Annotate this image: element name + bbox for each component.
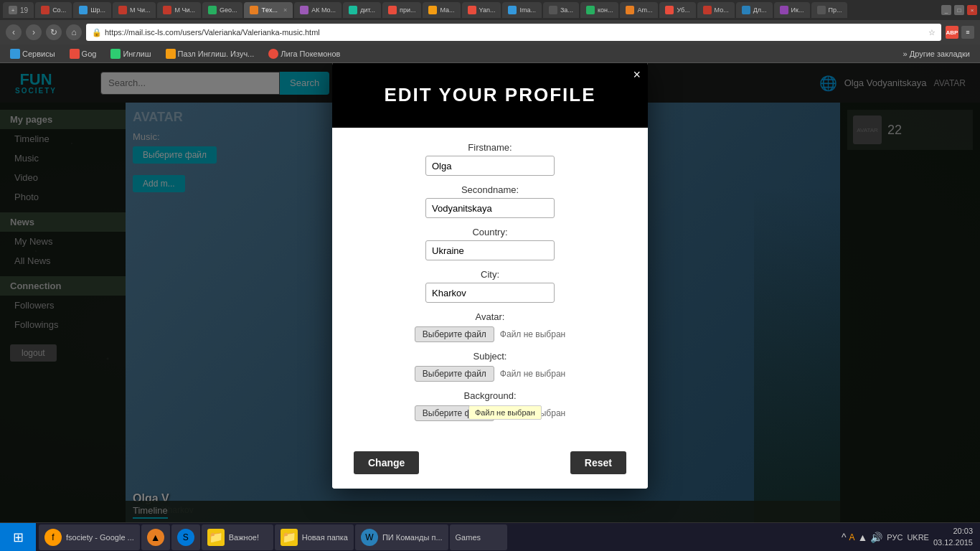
taskbar-item-avast[interactable]: ▲: [141, 524, 170, 550]
tab-item-20[interactable]: Ик...: [774, 2, 810, 18]
modal-title: EDIT YOUR PROFILE: [347, 84, 633, 106]
start-button[interactable]: ⊞: [0, 523, 36, 552]
background-field-label: Background:: [354, 390, 626, 401]
close-button[interactable]: ×: [967, 5, 977, 15]
bookmark-servisy[interactable]: Сервисы: [6, 47, 60, 61]
city-input[interactable]: [425, 283, 555, 303]
tab-item-19[interactable]: Дл...: [736, 2, 773, 18]
back-button[interactable]: ‹: [6, 24, 22, 40]
lock-icon: 🔒: [92, 28, 102, 37]
address-bar: ‹ › ↻ ⌂ 🔒 https://mail.isc-ls.com/users/…: [0, 20, 980, 44]
taskbar-icon-word: W: [361, 529, 378, 546]
taskbar-item-skype[interactable]: S: [171, 524, 200, 550]
bookmark-label: Gog: [82, 50, 97, 58]
tray-network-icon[interactable]: ▲: [857, 532, 867, 543]
background-file-none: Файл не выбран: [500, 408, 565, 418]
avatar-field-label: Avatar:: [354, 311, 626, 322]
country-input[interactable]: [425, 240, 555, 260]
bookmark-label: Лига Покемонов: [281, 50, 340, 58]
tab-item-5[interactable]: М Чи...: [157, 2, 201, 18]
taskbar-item-newfolder[interactable]: 📁 Новая папка: [275, 524, 354, 550]
taskbar-icon-folder: 📁: [207, 529, 225, 546]
taskbar-item-folder[interactable]: 📁 Важное!: [202, 524, 273, 550]
taskbar-item-fsociety[interactable]: f fsociety - Google ...: [39, 524, 140, 550]
window-controls: _ □ ×: [941, 5, 977, 15]
clock-date: 03.12.2015: [933, 537, 973, 548]
subject-upload-group: Subject: Выберите файл Файл не выбран: [354, 351, 626, 382]
tab-item-10[interactable]: при...: [382, 2, 421, 18]
bookmark-other[interactable]: » Другие закладки: [899, 50, 974, 58]
tray-expand-icon[interactable]: ^: [842, 532, 847, 543]
modal-body: Firstname: Secondname: Country: City: Av…: [332, 128, 648, 444]
windows-icon: ⊞: [13, 529, 24, 545]
secondname-input[interactable]: [425, 198, 555, 218]
layout-indicator[interactable]: UKRE: [907, 533, 929, 542]
clock-time: 20:03: [933, 526, 973, 537]
language-indicator[interactable]: РУС: [887, 533, 903, 542]
extension-icons: АВР ≡: [946, 26, 974, 39]
maximize-button[interactable]: □: [954, 5, 964, 15]
modal-header: EDIT YOUR PROFILE ×: [332, 62, 648, 128]
tab-item-6[interactable]: Geo...: [202, 2, 243, 18]
bookmark-star-icon[interactable]: ☆: [928, 28, 936, 37]
tab-item-17[interactable]: Уб...: [659, 2, 695, 18]
change-button[interactable]: Change: [354, 451, 419, 474]
bookmark-pokemon[interactable]: Лига Покемонов: [264, 47, 344, 61]
url-bar[interactable]: 🔒 https://mail.isc-ls.com/users/Valerian…: [86, 24, 941, 41]
tab-item-18[interactable]: Мо...: [697, 2, 735, 18]
tab-item-11[interactable]: Ма...: [423, 2, 460, 18]
tab-item-2[interactable]: Со...: [35, 2, 72, 18]
bookmarks-bar: Сервисы Gog Инглиш Пазл Инглиш. Изуч... …: [0, 44, 980, 63]
home-button[interactable]: ⌂: [66, 24, 82, 40]
tray-volume-icon[interactable]: 🔊: [870, 532, 882, 543]
secondname-label: Secondname:: [354, 184, 626, 195]
avatar-file-row: Выберите файл Файл не выбран: [354, 326, 626, 342]
tab-item-13[interactable]: Ima...: [502, 2, 542, 18]
minimize-button[interactable]: _: [941, 5, 951, 15]
taskbar-label-folder: Важное!: [229, 533, 259, 542]
modal-close-button[interactable]: ×: [633, 68, 641, 81]
taskbar-label-games: Games: [456, 533, 481, 542]
country-field-group: Country:: [354, 227, 626, 260]
taskbar-right: ^ A ▲ 🔊 РУС UKRE 20:03 03.12.2015: [834, 526, 980, 548]
bookmark-inglish[interactable]: Инглиш: [106, 47, 155, 61]
modal-overlay: EDIT YOUR PROFILE × Firstname: Secondnam…: [0, 0, 980, 551]
firstname-field-group: Firstname:: [354, 142, 626, 176]
taskbar-item-word[interactable]: W ПИ Команды п...: [355, 524, 448, 550]
tab-item-14[interactable]: За...: [543, 2, 579, 18]
edit-profile-modal: EDIT YOUR PROFILE × Firstname: Secondnam…: [332, 62, 648, 489]
ext-icon-avp[interactable]: АВР: [946, 26, 958, 39]
taskbar-label-newfolder: Новая папка: [302, 533, 348, 542]
system-tray: ^ A ▲ 🔊: [842, 532, 882, 543]
system-clock[interactable]: 20:03 03.12.2015: [933, 526, 973, 548]
taskbar-item-games[interactable]: Games: [450, 524, 507, 550]
tab-item-3[interactable]: Шр...: [73, 2, 111, 18]
reset-button[interactable]: Reset: [570, 451, 626, 474]
browser-chrome: + 19 Со... Шр... М Чи... М Чи... Geo... …: [0, 0, 980, 63]
tab-item-15[interactable]: кон...: [580, 2, 619, 18]
reload-button[interactable]: ↻: [46, 24, 62, 40]
bookmark-label: Сервисы: [22, 50, 55, 58]
forward-button[interactable]: ›: [26, 24, 42, 40]
ext-menu-button[interactable]: ≡: [961, 26, 974, 39]
subject-file-button[interactable]: Выберите файл: [415, 366, 494, 382]
tab-item-16[interactable]: Am...: [620, 2, 658, 18]
bookmark-gog[interactable]: Gog: [65, 47, 101, 61]
subject-file-none: Файл не выбран: [500, 369, 565, 379]
tab-item-9[interactable]: дит...: [343, 2, 381, 18]
tray-antivirus-icon[interactable]: A: [849, 532, 854, 542]
firstname-input[interactable]: [425, 156, 555, 176]
tab-item-12[interactable]: Yan...: [462, 2, 501, 18]
bookmark-pazl[interactable]: Пазл Инглиш. Изуч...: [161, 47, 259, 61]
tab-item-4[interactable]: М Чи...: [113, 2, 156, 18]
avatar-file-button[interactable]: Выберите файл: [415, 326, 494, 342]
taskbar: ⊞ f fsociety - Google ... ▲ S 📁 Важное! …: [0, 522, 980, 551]
tab-bar: + 19 Со... Шр... М Чи... М Чи... Geo... …: [0, 0, 980, 20]
tab-item-count[interactable]: + 19: [3, 2, 34, 18]
url-text: https://mail.isc-ls.com/users/Valerianka…: [105, 28, 320, 37]
tab-item-21[interactable]: Пр...: [811, 2, 848, 18]
taskbar-icon-fsociety: f: [44, 529, 62, 546]
tab-item-8[interactable]: АК Мо...: [294, 2, 341, 18]
background-file-button[interactable]: Выберите файл: [415, 405, 494, 421]
tab-item-tex[interactable]: Тex...×: [244, 2, 293, 18]
